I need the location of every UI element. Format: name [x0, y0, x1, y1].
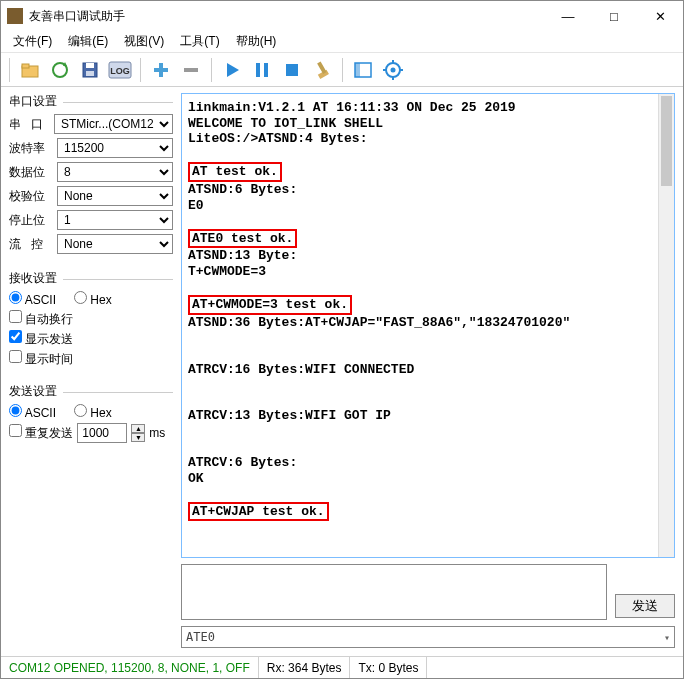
svg-marker-12: [227, 63, 239, 77]
stop-label: 停止位: [9, 212, 51, 229]
showtime-label: 显示时间: [25, 352, 73, 366]
repeat-label: 重复发送: [25, 426, 73, 440]
pause-icon[interactable]: [248, 56, 276, 84]
highlight-cwmode-test: AT+CWMODE=3 test ok.: [188, 295, 352, 315]
baud-label: 波特率: [9, 140, 51, 157]
interval-unit: ms: [149, 426, 165, 440]
svg-point-21: [391, 67, 396, 72]
minus-icon[interactable]: [177, 56, 205, 84]
svg-text:LOG: LOG: [110, 66, 130, 76]
svg-rect-17: [317, 61, 326, 73]
parity-select[interactable]: None: [57, 186, 173, 206]
svg-rect-14: [264, 63, 268, 77]
showsend-label: 显示发送: [25, 332, 73, 346]
send-button[interactable]: 发送: [615, 594, 675, 618]
repeat-checkbox[interactable]: 重复发送: [9, 424, 73, 442]
menu-tools[interactable]: 工具(T): [172, 31, 227, 52]
send-ascii-label: ASCII: [25, 406, 56, 420]
console-output[interactable]: linkmain:V1.2.1 AT 16:11:33 ON Dec 25 20…: [181, 93, 675, 558]
window-title: 友善串口调试助手: [29, 8, 545, 25]
interval-spinner[interactable]: ▲▼: [131, 424, 145, 442]
menubar: 文件(F) 编辑(E) 视图(V) 工具(T) 帮助(H): [1, 31, 683, 53]
send-hex-label: Hex: [90, 406, 111, 420]
refresh-icon[interactable]: [46, 56, 74, 84]
toolbar-sep: [140, 58, 141, 82]
svg-rect-13: [256, 63, 260, 77]
svg-rect-19: [355, 63, 360, 77]
clear-icon[interactable]: [308, 56, 336, 84]
maximize-button[interactable]: □: [591, 1, 637, 31]
recv-group-title: 接收设置: [9, 270, 173, 287]
app-icon: [7, 8, 23, 24]
play-icon[interactable]: [218, 56, 246, 84]
sidebar: 串口设置 串 口STMicr...(COM12 波特率115200 数据位8 校…: [1, 87, 181, 656]
send-settings-group: 发送设置 ASCII Hex 重复发送 ▲▼ ms: [9, 383, 173, 444]
interval-input[interactable]: [77, 423, 127, 443]
settings-icon[interactable]: [379, 56, 407, 84]
menu-edit[interactable]: 编辑(E): [60, 31, 116, 52]
scrollbar-thumb[interactable]: [661, 96, 672, 186]
recv-settings-group: 接收设置 ASCII Hex 自动换行 显示发送 显示时间: [9, 270, 173, 369]
send-hex-radio[interactable]: Hex: [74, 404, 112, 420]
port-label: 串 口: [9, 116, 48, 133]
status-tx: Tx: 0 Bytes: [350, 657, 427, 678]
save-icon[interactable]: [76, 56, 104, 84]
wrap-checkbox[interactable]: 自动换行: [9, 310, 73, 328]
toolbar: LOG: [1, 53, 683, 87]
recv-hex-radio[interactable]: Hex: [74, 291, 112, 307]
svg-rect-6: [86, 71, 94, 76]
serial-group-title: 串口设置: [9, 93, 173, 110]
folder-icon[interactable]: [16, 56, 44, 84]
recv-ascii-radio[interactable]: ASCII: [9, 291, 56, 307]
databits-select[interactable]: 8: [57, 162, 173, 182]
serial-settings-group: 串口设置 串 口STMicr...(COM12 波特率115200 数据位8 校…: [9, 93, 173, 256]
showsend-checkbox[interactable]: 显示发送: [9, 330, 73, 348]
port-select[interactable]: STMicr...(COM12: [54, 114, 173, 134]
history-dropdown[interactable]: ATE0: [181, 626, 675, 648]
body: 串口设置 串 口STMicr...(COM12 波特率115200 数据位8 校…: [1, 87, 683, 656]
flow-select[interactable]: None: [57, 234, 173, 254]
menu-file[interactable]: 文件(F): [5, 31, 60, 52]
plus-icon[interactable]: [147, 56, 175, 84]
svg-rect-5: [86, 63, 94, 68]
minimize-button[interactable]: —: [545, 1, 591, 31]
wrap-label: 自动换行: [25, 312, 73, 326]
highlight-cwjap-test: AT+CWJAP test ok.: [188, 502, 329, 522]
recv-ascii-label: ASCII: [25, 293, 56, 307]
svg-rect-15: [286, 64, 298, 76]
recv-hex-label: Hex: [90, 293, 111, 307]
close-button[interactable]: ✕: [637, 1, 683, 31]
svg-rect-10: [154, 68, 168, 72]
svg-rect-11: [184, 68, 198, 72]
toolbar-sep: [9, 58, 10, 82]
data-label: 数据位: [9, 164, 51, 181]
highlight-ate0-test: ATE0 test ok.: [188, 229, 297, 249]
status-connection: COM12 OPENED, 115200, 8, NONE, 1, OFF: [1, 657, 259, 678]
main-area: linkmain:V1.2.1 AT 16:11:33 ON Dec 25 20…: [181, 87, 683, 656]
stopbits-select[interactable]: 1: [57, 210, 173, 230]
log-icon[interactable]: LOG: [106, 56, 134, 84]
send-ascii-radio[interactable]: ASCII: [9, 404, 56, 420]
send-textarea[interactable]: [181, 564, 607, 620]
showtime-checkbox[interactable]: 显示时间: [9, 350, 73, 368]
app-window: 友善串口调试助手 — □ ✕ 文件(F) 编辑(E) 视图(V) 工具(T) 帮…: [0, 0, 684, 679]
send-area: 发送: [181, 564, 675, 620]
sidebar-icon[interactable]: [349, 56, 377, 84]
menu-help[interactable]: 帮助(H): [228, 31, 285, 52]
flow-label: 流 控: [9, 236, 51, 253]
toolbar-sep: [211, 58, 212, 82]
stop-icon[interactable]: [278, 56, 306, 84]
console-scrollbar[interactable]: [658, 94, 674, 557]
status-rx: Rx: 364 Bytes: [259, 657, 351, 678]
titlebar: 友善串口调试助手 — □ ✕: [1, 1, 683, 31]
send-group-title: 发送设置: [9, 383, 173, 400]
highlight-at-test: AT test ok.: [188, 162, 282, 182]
parity-label: 校验位: [9, 188, 51, 205]
menu-view[interactable]: 视图(V): [116, 31, 172, 52]
toolbar-sep: [342, 58, 343, 82]
svg-rect-1: [22, 64, 29, 68]
baud-select[interactable]: 115200: [57, 138, 173, 158]
statusbar: COM12 OPENED, 115200, 8, NONE, 1, OFF Rx…: [1, 656, 683, 678]
